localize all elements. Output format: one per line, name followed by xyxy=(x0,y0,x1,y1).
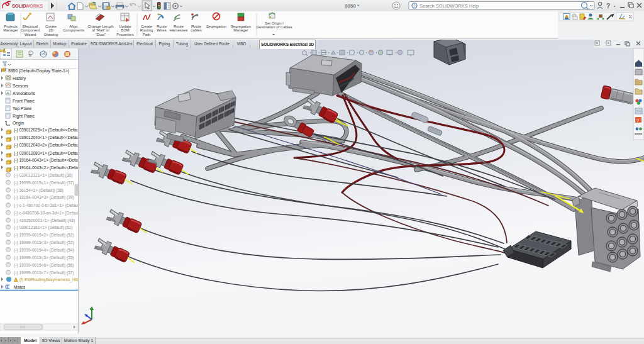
svg-text:History: History xyxy=(13,76,26,81)
svg-text:?: ? xyxy=(606,3,610,9)
svg-text:(-) 19099-0015<5> (Default) (5: (-) 19099-0015<5> (Default) (55) xyxy=(14,255,74,260)
svg-text:(-) 19164-0043<2> (Default<<De: (-) 19164-0043<2> (Default<<Defau xyxy=(14,165,78,170)
svg-text:(-) 19099-0015<3> (Default) (5: (-) 19099-0015<3> (Default) (53) xyxy=(14,240,74,245)
svg-text:(-) 039012025<1> (Default<<Def: (-) 039012025<1> (Default<<Default xyxy=(14,128,78,133)
svg-text:(-) 19099-0015<7> (Default) (5: (-) 19099-0015<7> (Default) (57) xyxy=(14,270,74,275)
svg-text:(-) c-0480708-10-an-3d<1> (Def: (-) c-0480708-10-an-3d<1> (Default xyxy=(14,211,78,216)
svg-text:WORKS: WORKS xyxy=(25,3,43,9)
svg-text:(f) EWRoutingAssyHarness_H8(: (f) EWRoutingAssyHarness_H8( xyxy=(19,277,78,282)
svg-text:(-) 19099-0015<2> (Default) (5: (-) 19099-0015<2> (Default) (52) xyxy=(14,233,74,238)
svg-text:B: B xyxy=(29,53,31,57)
svg-text:(-) 039012161<1> (Default) (51: (-) 039012161<1> (Default) (51) xyxy=(14,225,72,230)
svg-text:(-) 19099-0015<6> (Default) (5: (-) 19099-0015<6> (Default) (56) xyxy=(14,263,74,268)
svg-text:(-) 19099-0015<1> (Default) (3: (-) 19099-0015<1> (Default) (37) xyxy=(14,180,74,186)
svg-text:8850 (Default<Display State-1: 8850 (Default<Display State-1>) xyxy=(8,69,69,74)
svg-text:Sensors: Sensors xyxy=(13,84,29,88)
svg-text:!: ! xyxy=(15,278,16,282)
svg-text:(-) 19164-0043<1> (Default<<De: (-) 19164-0043<1> (Default<<Defau xyxy=(14,158,78,163)
svg-text:8850 *: 8850 * xyxy=(345,3,359,9)
svg-text:(-) 19164-0043<3> (Default) (3: (-) 19164-0043<3> (Default) (39) xyxy=(14,195,74,200)
svg-text:A: A xyxy=(7,91,9,95)
svg-text:Right Plane: Right Plane xyxy=(13,114,35,119)
svg-text:Annotations: Annotations xyxy=(13,91,36,96)
svg-text:(-) 039012121<1> (Default) (36: (-) 039012121<1> (Default) (36) xyxy=(14,173,72,178)
svg-text:Mates: Mates xyxy=(14,285,26,289)
svg-text:(-) 4302520001<1> (Default) (4: (-) 4302520001<1> (Default) (48) xyxy=(14,218,75,223)
svg-text:Top Plane: Top Plane xyxy=(13,106,31,111)
svg-text:(-) 36154<1> (Default) (38): (-) 36154<1> (Default) (38) xyxy=(14,188,64,193)
svg-text:Search SOLIDWORKS Help: Search SOLIDWORKS Help xyxy=(419,3,479,9)
svg-text:SOLID: SOLID xyxy=(12,3,26,9)
svg-text:(-) c-1-480702-0-bt-3d1<1> (De: (-) c-1-480702-0-bt-3d1<1> (Default xyxy=(14,203,78,208)
svg-text:?: ? xyxy=(413,4,416,8)
svg-text:?: ? xyxy=(636,118,639,123)
svg-text:(-) 039012040<2> (Default<<Def: (-) 039012040<2> (Default<<Default xyxy=(14,143,78,148)
svg-text:Front Plane: Front Plane xyxy=(13,99,35,103)
svg-text:(-) 19099-0015<4> (Default) (5: (-) 19099-0015<4> (Default) (54) xyxy=(14,248,74,253)
svg-text:Origin: Origin xyxy=(13,121,24,126)
svg-text:(-) 039012080<1> (Default<<Def: (-) 039012080<1> (Default<<Default xyxy=(14,151,78,156)
svg-text:(-) 039012040<1> (Default<<Def: (-) 039012040<1> (Default<<Default xyxy=(14,135,78,140)
